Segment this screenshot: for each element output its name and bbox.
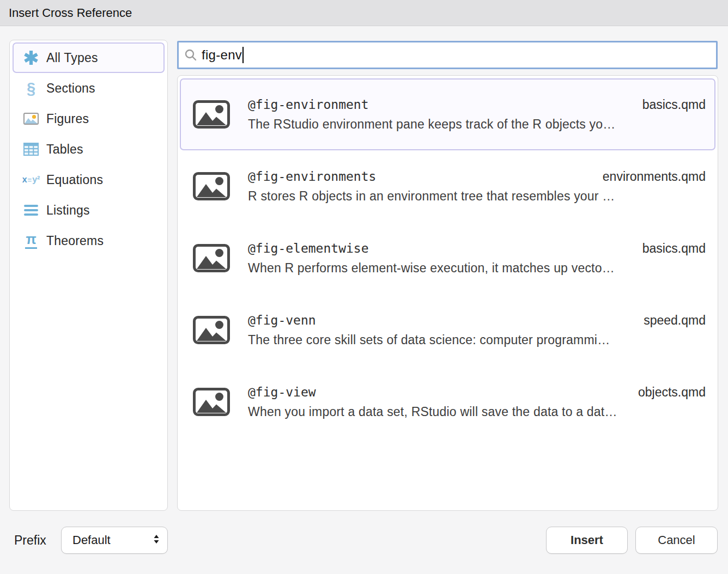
sidebar-item-all-types[interactable]: All Types (13, 42, 165, 73)
cancel-button[interactable]: Cancel (635, 527, 718, 554)
source-file: basics.qmd (642, 97, 706, 112)
sidebar-item-equations[interactable]: x=y² Equations (13, 164, 165, 195)
sidebar-item-label: All Types (46, 51, 98, 65)
image-icon (22, 109, 40, 128)
sidebar-item-label: Sections (46, 81, 95, 96)
image-placeholder-icon (193, 388, 230, 416)
image-placeholder-icon (193, 316, 230, 344)
sidebar-item-label: Theorems (46, 234, 104, 248)
sidebar-item-tables[interactable]: Tables (13, 134, 165, 164)
cross-reference-results: @fig-environment basics.qmd The RStudio … (177, 75, 718, 511)
sidebar-item-figures[interactable]: Figures (13, 103, 165, 134)
image-placeholder-icon (193, 100, 230, 129)
dialog-titlebar: Insert Cross Reference (0, 0, 728, 26)
source-file: speed.qmd (644, 313, 706, 328)
sidebar-item-label: Equations (46, 173, 103, 187)
asterisk-icon (22, 48, 40, 67)
result-item[interactable]: @fig-view objects.qmd When you import a … (180, 366, 715, 438)
sidebar-item-theorems[interactable]: π Theorems (13, 225, 165, 256)
sidebar-item-label: Figures (46, 112, 89, 126)
sidebar-item-label: Tables (46, 142, 83, 157)
table-grid-icon (22, 140, 40, 158)
source-file: basics.qmd (642, 241, 706, 256)
reference-caption: The RStudio environment pane keeps track… (248, 117, 615, 131)
code-lines-icon (22, 201, 40, 219)
result-item[interactable]: @fig-environments environments.qmd R sto… (180, 150, 715, 222)
source-file: objects.qmd (638, 385, 706, 400)
sidebar-item-label: Listings (46, 203, 90, 218)
result-item[interactable]: @fig-environment basics.qmd The RStudio … (180, 78, 715, 150)
reference-caption: When you import a data set, RStudio will… (248, 405, 617, 419)
image-placeholder-icon (193, 172, 230, 200)
image-placeholder-icon (193, 244, 230, 272)
search-input[interactable]: fig-env (177, 41, 718, 69)
sidebar-item-listings[interactable]: Listings (13, 195, 165, 225)
pi-icon: π (22, 231, 40, 250)
reference-caption: R stores R objects in an environment tre… (248, 189, 615, 203)
source-file: environments.qmd (603, 169, 706, 184)
equation-icon: x=y² (22, 170, 40, 189)
insert-button[interactable]: Insert (546, 527, 628, 554)
text-caret (242, 47, 244, 63)
result-item[interactable]: @fig-venn speed.qmd The three core skill… (180, 294, 715, 366)
type-sidebar: All Types § Sections Figures Tables x=y² (9, 40, 168, 511)
search-icon (184, 48, 197, 62)
section-mark-icon: § (22, 79, 40, 97)
select-arrows-icon (153, 534, 160, 546)
dialog-title: Insert Cross Reference (9, 0, 132, 26)
prefix-select[interactable]: Default (61, 527, 168, 554)
reference-id: @fig-view (248, 385, 316, 399)
prefix-selected-value: Default (72, 533, 153, 547)
reference-caption: The three core skill sets of data scienc… (248, 333, 610, 347)
reference-id: @fig-elementwise (248, 241, 369, 255)
prefix-label: Prefix (14, 527, 46, 554)
sidebar-item-sections[interactable]: § Sections (13, 73, 165, 103)
result-item[interactable]: @fig-elementwise basics.qmd When R perfo… (180, 222, 715, 294)
reference-id: @fig-environments (248, 169, 376, 184)
reference-caption: When R performs element-wise execution, … (248, 261, 615, 275)
reference-id: @fig-environment (248, 97, 369, 112)
reference-id: @fig-venn (248, 313, 316, 327)
search-query-text: fig-env (202, 47, 242, 63)
